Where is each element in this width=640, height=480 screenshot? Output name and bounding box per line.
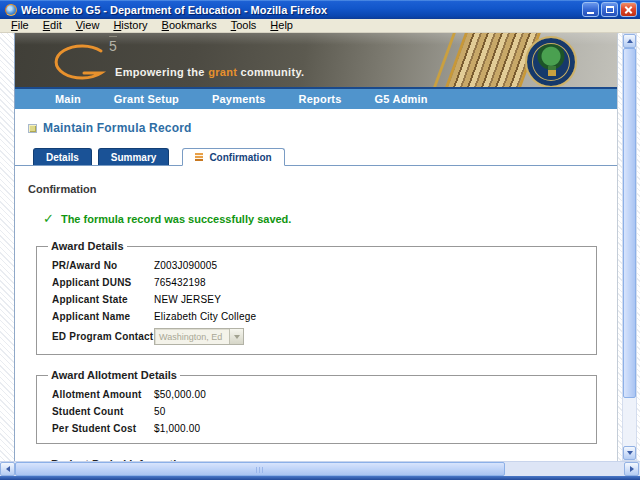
down-arrow-icon: [627, 451, 633, 455]
field-label: PR/Award No: [52, 260, 154, 271]
horizontal-scroll-thumb[interactable]: [15, 462, 505, 476]
check-icon: ✓: [43, 211, 54, 226]
nav-payments[interactable]: Payments: [212, 93, 266, 105]
menu-edit[interactable]: Edit: [36, 19, 69, 32]
field-label: Per Student Cost: [52, 423, 154, 434]
award-details-legend: Award Details: [48, 240, 127, 252]
tagline-post: community.: [237, 66, 304, 78]
tagline-highlight: grant: [208, 66, 237, 78]
window-bottom-border: [0, 476, 640, 480]
g5-banner: 5 Empowering the grant community.: [15, 33, 617, 87]
g5-logo-5: 5: [109, 36, 117, 54]
scroll-up-button[interactable]: [623, 34, 636, 48]
tab-confirmation-label: Confirmation: [209, 152, 271, 163]
left-arrow-icon: [6, 466, 10, 472]
dropdown-arrow-icon: [229, 329, 243, 344]
menubar: File Edit View History Bookmarks Tools H…: [0, 19, 640, 33]
vertical-scrollbar[interactable]: [622, 33, 637, 461]
scroll-right-button[interactable]: [624, 462, 639, 476]
titlebar: Welcome to G5 - Department of Education …: [0, 0, 640, 19]
maximize-button[interactable]: [601, 2, 618, 17]
tab-active-icon: [195, 153, 203, 161]
tagline-pre: Empowering the: [115, 66, 208, 78]
field-value: 50: [154, 406, 166, 417]
field-row-pr-award-no: PR/Award No Z003J090005: [52, 260, 588, 271]
firefox-window: Welcome to G5 - Department of Education …: [0, 0, 640, 480]
field-label: Student Count: [52, 406, 154, 417]
page-title-row: Maintain Formula Record: [28, 121, 617, 135]
award-details-section: Award Details PR/Award No Z003J090005 Ap…: [36, 240, 597, 355]
window-controls: [582, 2, 637, 17]
field-row-student-count: Student Count 50: [52, 406, 588, 417]
award-allotment-section: Award Allotment Details Allotment Amount…: [36, 369, 597, 444]
field-label: Applicant Name: [52, 311, 154, 322]
field-value: Elizabeth City College: [154, 311, 256, 322]
education-seal-icon: [525, 36, 577, 87]
firefox-icon: [5, 4, 17, 16]
close-button[interactable]: [620, 2, 637, 17]
menu-bookmarks[interactable]: Bookmarks: [155, 19, 224, 32]
field-row-allotment-amount: Allotment Amount $50,000.00: [52, 389, 588, 400]
vertical-scroll-track[interactable]: [623, 48, 636, 446]
up-arrow-icon: [627, 39, 633, 43]
nav-main[interactable]: Main: [55, 93, 81, 105]
tab-confirmation[interactable]: Confirmation: [182, 148, 284, 166]
field-value: NEW JERSEY: [154, 294, 221, 305]
success-message-text: The formula record was successfully save…: [61, 213, 291, 225]
g5-logo: 5: [49, 38, 119, 82]
field-row-applicant-duns: Applicant DUNS 765432198: [52, 277, 588, 288]
field-value: Z003J090005: [154, 260, 217, 271]
window-title: Welcome to G5 - Department of Education …: [21, 4, 578, 16]
horizontal-scrollbar[interactable]: [0, 461, 640, 476]
ed-program-contact-value: Washington, Ed: [155, 332, 229, 342]
field-value: $50,000.00: [154, 389, 206, 400]
field-row-ed-program-contact: ED Program Contact Washington, Ed: [52, 328, 588, 345]
field-row-applicant-name: Applicant Name Elizabeth City College: [52, 311, 588, 322]
scroll-down-button[interactable]: [623, 446, 636, 460]
g5-page: 5 Empowering the grant community. Main G…: [14, 33, 618, 461]
tab-bar: Details Summary Confirmation: [15, 148, 617, 166]
confirmation-heading: Confirmation: [28, 183, 617, 195]
success-message: ✓ The formula record was successfully sa…: [43, 211, 617, 226]
tab-details[interactable]: Details: [33, 148, 92, 165]
nav-grant-setup[interactable]: Grant Setup: [114, 93, 179, 105]
ed-program-contact-select[interactable]: Washington, Ed: [154, 328, 244, 345]
menu-history[interactable]: History: [106, 19, 154, 32]
menu-file[interactable]: File: [4, 19, 36, 32]
field-label: Applicant State: [52, 294, 154, 305]
nav-g5-admin[interactable]: G5 Admin: [375, 93, 428, 105]
field-value: $1,000.00: [154, 423, 200, 434]
menu-help[interactable]: Help: [263, 19, 300, 32]
field-label: Allotment Amount: [52, 389, 154, 400]
field-row-per-student-cost: Per Student Cost $1,000.00: [52, 423, 588, 434]
navbar: Main Grant Setup Payments Reports G5 Adm…: [15, 89, 617, 109]
minimize-button[interactable]: [582, 2, 599, 17]
menu-view[interactable]: View: [69, 19, 107, 32]
menu-tools[interactable]: Tools: [224, 19, 264, 32]
field-value: 765432198: [154, 277, 206, 288]
page-bullet-icon: [28, 124, 37, 133]
field-label: Applicant DUNS: [52, 277, 154, 288]
g5-logo-g-icon: [49, 42, 107, 82]
tab-summary[interactable]: Summary: [98, 148, 170, 165]
maximize-icon: [606, 6, 614, 13]
nav-reports[interactable]: Reports: [299, 93, 342, 105]
browser-viewport: 5 Empowering the grant community. Main G…: [0, 33, 640, 461]
scroll-left-button[interactable]: [0, 462, 15, 476]
field-label: ED Program Contact: [52, 331, 154, 342]
award-allotment-legend: Award Allotment Details: [48, 369, 180, 381]
right-arrow-icon: [630, 466, 634, 472]
page-title: Maintain Formula Record: [43, 121, 192, 135]
vertical-scroll-thumb[interactable]: [623, 48, 636, 398]
close-icon: [624, 5, 633, 14]
banner-tagline: Empowering the grant community.: [115, 66, 304, 78]
minimize-icon: [587, 12, 594, 14]
field-row-applicant-state: Applicant State NEW JERSEY: [52, 294, 588, 305]
